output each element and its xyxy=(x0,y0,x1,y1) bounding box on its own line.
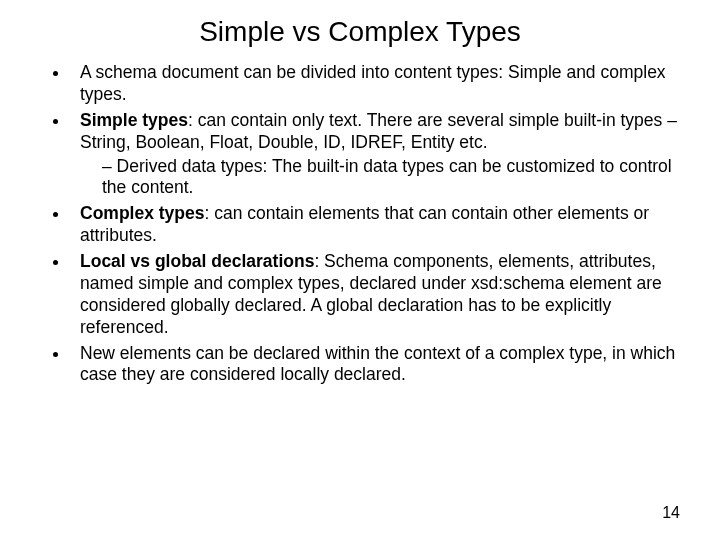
sub-list: Derived data types: The built-in data ty… xyxy=(80,156,680,200)
list-item: Derived data types: The built-in data ty… xyxy=(102,156,680,200)
list-item: Simple types: can contain only text. The… xyxy=(70,110,680,200)
bullet-text: New elements can be declared within the … xyxy=(80,343,675,385)
bullet-text: Derived data types: The built-in data ty… xyxy=(102,156,672,198)
list-item: Local vs global declarations: Schema com… xyxy=(70,251,680,339)
list-item: New elements can be declared within the … xyxy=(70,343,680,387)
bullet-list: A schema document can be divided into co… xyxy=(40,62,680,386)
bullet-bold: Simple types xyxy=(80,110,188,130)
bullet-bold: Complex types xyxy=(80,203,204,223)
bullet-text: A schema document can be divided into co… xyxy=(80,62,666,104)
page-number: 14 xyxy=(662,504,680,522)
slide-title: Simple vs Complex Types xyxy=(40,16,680,48)
list-item: A schema document can be divided into co… xyxy=(70,62,680,106)
slide: Simple vs Complex Types A schema documen… xyxy=(0,0,720,540)
list-item: Complex types: can contain elements that… xyxy=(70,203,680,247)
bullet-bold: Local vs global declarations xyxy=(80,251,314,271)
